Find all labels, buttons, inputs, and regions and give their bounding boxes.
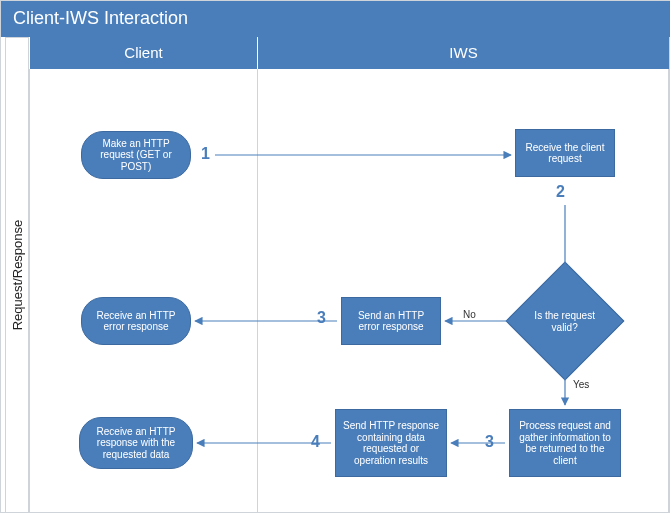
diagram-title: Client-IWS Interaction bbox=[1, 1, 670, 37]
step-number-1: 1 bbox=[201, 145, 210, 163]
step-number-4: 4 bbox=[311, 433, 320, 451]
node-process-request: Process request and gather information t… bbox=[509, 409, 621, 477]
lane-divider bbox=[257, 69, 258, 513]
node-make-http-request: Make an HTTP request (GET or POST) bbox=[81, 131, 191, 179]
edge-label-no: No bbox=[463, 309, 476, 320]
node-send-http-response: Send HTTP response containing data reque… bbox=[335, 409, 447, 477]
swimlane-title-container: Request/Response bbox=[5, 37, 29, 513]
column-header-iws: IWS bbox=[257, 37, 669, 69]
node-decision-valid-label: Is the request valid? bbox=[524, 310, 606, 333]
node-receive-error-response: Receive an HTTP error response bbox=[81, 297, 191, 345]
flowchart-canvas: Client-IWS Interaction Request/Response … bbox=[0, 0, 670, 513]
step-number-2: 2 bbox=[556, 183, 565, 201]
step-number-3a: 3 bbox=[317, 309, 326, 327]
node-receive-client-request: Receive the client request bbox=[515, 129, 615, 177]
node-send-error-response: Send an HTTP error response bbox=[341, 297, 441, 345]
step-number-3b: 3 bbox=[485, 433, 494, 451]
edge-label-yes: Yes bbox=[573, 379, 589, 390]
column-header-client: Client bbox=[29, 37, 257, 69]
node-receive-http-response: Receive an HTTP response with the reques… bbox=[79, 417, 193, 469]
swimlane-title: Request/Response bbox=[10, 220, 25, 331]
